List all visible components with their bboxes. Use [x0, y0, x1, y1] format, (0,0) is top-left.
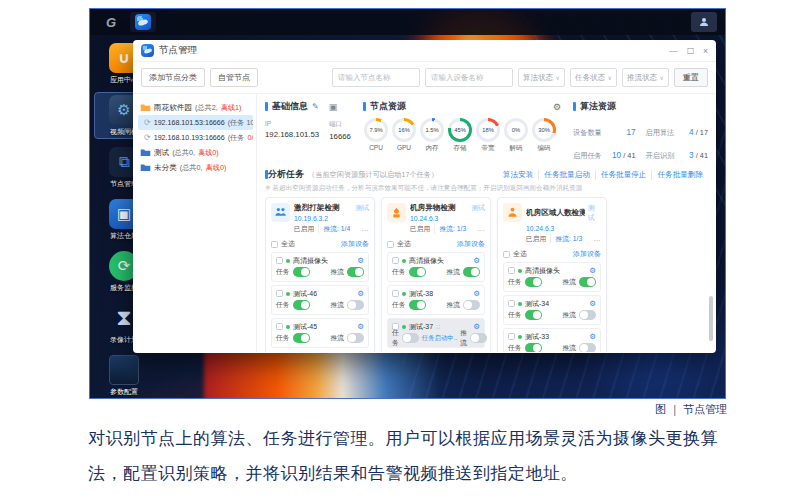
test-tag: 测试	[352, 203, 369, 213]
task-toggle[interactable]	[525, 343, 542, 352]
push-toggle[interactable]	[463, 300, 480, 310]
maximize-button[interactable]: ☐	[686, 46, 694, 56]
device-checkbox[interactable]	[508, 267, 515, 274]
device-checkbox[interactable]	[276, 257, 283, 264]
self-managed-node-button[interactable]: 自管节点	[210, 68, 258, 87]
logo-icon: G	[106, 15, 116, 30]
device-settings-icon[interactable]: ⚙	[357, 256, 364, 265]
task-toggle[interactable]	[293, 300, 310, 310]
taskbar-logo-button[interactable]: G	[98, 12, 124, 32]
resource-hint: ※ 若超出空闲资源启动任务，分析与演示效果可能不佳，请注意合理配置；开启识别返回…	[265, 184, 708, 193]
taskbar-app-button[interactable]	[130, 12, 156, 32]
push-toggle[interactable]	[579, 277, 596, 287]
figure-caption: 图 ｜ 节点管理	[655, 402, 727, 417]
desktop-icon-settings[interactable]: 参数配置	[95, 353, 153, 398]
node-name-input[interactable]	[332, 68, 420, 87]
gauge-storage: 45% 存储	[447, 118, 473, 153]
test-tag: 测试	[585, 203, 601, 223]
reset-button[interactable]: 重置	[674, 68, 708, 87]
device-settings-icon[interactable]: ⚙	[589, 299, 596, 308]
device-row: 测试-45 ⚙ 任务 推流	[271, 318, 369, 348]
desktop-screenshot: G ∪ 应用中心 ⚙ 视频闸机 ⧉ 节点管理	[89, 8, 726, 399]
task-cards: 激烈打架检测测试 10.19.6.3.2 已启用 推流: 1/4 …	[265, 197, 617, 352]
online-dot	[286, 325, 290, 329]
scrollbar[interactable]	[709, 296, 713, 341]
tree-group-yuhua[interactable]: 雨花软件园 (总共2, 离线1)	[138, 100, 253, 115]
more-link[interactable]: 更多 »	[271, 351, 369, 352]
algo-resources-section: 算法资源 设备数量 17 启用算法 4 / 17	[573, 100, 708, 162]
batch-start-link[interactable]: 任务批量启动	[538, 170, 595, 180]
push-toggle[interactable]	[463, 267, 480, 277]
push-toggle[interactable]	[470, 333, 487, 343]
device-checkbox[interactable]	[276, 290, 283, 297]
batch-delete-link[interactable]: 任务批量删除	[651, 170, 708, 180]
refresh-icon: ⟳	[144, 133, 151, 142]
task-status-select[interactable]: 任务状态 ∨	[570, 68, 617, 87]
task-toggle[interactable]	[402, 333, 419, 343]
push-toggle[interactable]	[347, 267, 364, 277]
device-row: 高清摄像头 ⚙ 任务 推流	[271, 252, 369, 282]
online-dot	[518, 335, 522, 339]
resources-settings-icon[interactable]: ⚙	[553, 102, 561, 112]
refresh-icon: ⟳	[144, 118, 151, 127]
device-checkbox[interactable]	[508, 300, 515, 307]
push-status-select[interactable]: 推流状态 ∨	[622, 68, 669, 87]
user-button[interactable]	[691, 12, 717, 32]
online-dot	[518, 269, 522, 273]
device-settings-icon[interactable]: ⚙	[473, 256, 480, 265]
push-toggle[interactable]	[347, 300, 364, 310]
tree-node-53[interactable]: ⟳ 192.168.101.53:16666 (任务 10/41) ⚙	[138, 115, 253, 130]
online-dot	[402, 259, 406, 263]
device-settings-icon[interactable]: ⚙	[589, 332, 596, 341]
device-row: 高清摄像头 ⚙ 任务 推流	[387, 252, 485, 282]
select-all-checkbox[interactable]	[387, 241, 394, 248]
tree-group-test[interactable]: 测试 (总共0, 离线0)	[138, 145, 253, 160]
add-device-link[interactable]: 添加设备	[341, 239, 369, 249]
task-toggle[interactable]	[409, 300, 426, 310]
device-checkbox[interactable]	[508, 333, 515, 340]
install-algo-link[interactable]: 算法安装	[498, 170, 538, 180]
window-titlebar: 节点管理 — ☐ ×	[133, 40, 716, 62]
chevron-down-icon: ∨	[660, 74, 664, 81]
tree-node-193[interactable]: ⟳ 192.168.10.193:16666 (任务 0/0 )	[138, 130, 253, 145]
gauge-gpu: 16% GPU	[391, 118, 417, 153]
tree-group-unclassified[interactable]: 未分类 (总共0, 离线0)	[138, 160, 253, 175]
device-settings-icon[interactable]: ⚙	[473, 322, 480, 331]
task-toggle[interactable]	[293, 267, 310, 277]
algo-status-select[interactable]: 算法状态 ∨	[518, 68, 565, 87]
add-node-category-button[interactable]: 添加节点分类	[141, 68, 205, 87]
add-device-link[interactable]: 添加设备	[457, 239, 485, 249]
folder-icon	[140, 163, 151, 172]
device-settings-icon[interactable]: ⚙	[589, 266, 596, 275]
push-toggle[interactable]	[347, 333, 364, 343]
task-toggle[interactable]	[293, 333, 310, 343]
batch-stop-link[interactable]: 任务批量停止	[595, 170, 652, 180]
console-icon[interactable]: ▣	[329, 102, 338, 112]
add-device-link[interactable]: 添加设备	[573, 249, 601, 259]
device-settings-icon[interactable]: ⚙	[473, 289, 480, 298]
device-checkbox[interactable]	[392, 257, 399, 264]
edit-icon[interactable]: ✎	[312, 102, 319, 111]
select-all-checkbox[interactable]	[271, 241, 278, 248]
stat-enabled-algos: 启用算法 4 / 17	[646, 121, 709, 139]
card-menu-icon[interactable]: …	[593, 237, 601, 241]
minimize-button[interactable]: —	[669, 46, 678, 56]
stat-enabled-tasks: 启用任务 10 / 41	[573, 144, 636, 162]
card-menu-icon[interactable]: …	[361, 227, 369, 231]
device-checkbox[interactable]	[276, 323, 283, 330]
device-row: 测试-38 ⚙ 任务 推流	[387, 285, 485, 315]
device-settings-icon[interactable]: ⚙	[357, 322, 364, 331]
select-all-checkbox[interactable]	[503, 251, 510, 258]
task-toggle[interactable]	[525, 277, 542, 287]
task-toggle[interactable]	[409, 267, 426, 277]
online-dot	[518, 302, 522, 306]
card-menu-icon[interactable]: …	[477, 227, 485, 231]
push-toggle[interactable]	[579, 310, 596, 320]
device-checkbox[interactable]	[392, 290, 399, 297]
task-toggle[interactable]	[525, 310, 542, 320]
user-icon	[698, 16, 710, 28]
device-name-input[interactable]	[425, 68, 513, 87]
push-toggle[interactable]	[579, 343, 596, 352]
close-button[interactable]: ×	[703, 46, 708, 56]
device-settings-icon[interactable]: ⚙	[357, 289, 364, 298]
